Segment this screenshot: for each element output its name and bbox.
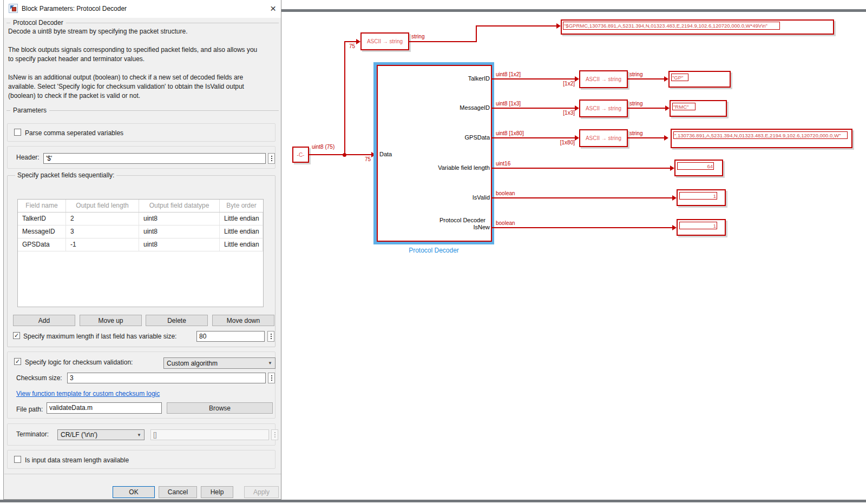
panel-parse: Parse comma seperated variables	[7, 123, 275, 142]
col-output-field-length: Output field length	[66, 200, 139, 212]
cell-datatype: uint8	[139, 213, 220, 225]
checksum-template-link[interactable]: View function template for custom checks…	[16, 390, 160, 397]
cancel-button[interactable]: Cancel	[159, 486, 197, 498]
checksum-size-ellipsis-button[interactable]	[268, 373, 275, 383]
port-label-talkerid: TalkerID	[373, 75, 490, 82]
ascii-to-string-block-gpsdata[interactable]: ASCII → string	[579, 129, 628, 147]
move-up-button[interactable]: Move up	[80, 315, 142, 326]
delete-button[interactable]: Delete	[146, 315, 208, 326]
packet-fields-table[interactable]: Field name Output field length Output fi…	[17, 199, 264, 307]
header-ellipsis-button[interactable]	[268, 153, 275, 164]
move-down-button[interactable]: Move down	[212, 315, 274, 326]
display-full-sentence[interactable]: "$GPRMC,130736.891,A,5231.394,N,01323.48…	[561, 19, 834, 35]
ok-button[interactable]: OK	[113, 486, 155, 498]
ascii-to-string-block-top[interactable]: ASCII → string	[360, 32, 409, 50]
signal-width-label-data: 75	[365, 156, 371, 162]
terminator-label: Terminator:	[16, 430, 49, 438]
terminator-dropdown[interactable]: CR/LF ('\r\n') ▼	[57, 429, 145, 440]
section-title: Protocol Decoder	[13, 19, 63, 26]
cell-datatype: uint8	[139, 238, 220, 251]
decoder-block-name[interactable]: Protocol Decoder	[373, 247, 494, 254]
dialog-titlebar[interactable]: Block Parameters: Protocol Decoder ×	[4, 0, 281, 18]
arrowhead-isnew-display	[672, 225, 677, 230]
max-length-checkbox[interactable]: ✓	[13, 332, 20, 339]
signal-type-isvalid: boolean	[496, 190, 515, 196]
stream-length-checkbox-label: Is input data stream length available	[25, 456, 129, 464]
display-gpsdata[interactable]: ",130736.891,A,5231.394,N,01323.483,E,21…	[671, 129, 852, 148]
table-row[interactable]: TalkerID 2 uint8 Little endian	[18, 213, 263, 226]
arrowhead-vfl-display	[670, 165, 674, 171]
display-messageid[interactable]: "RMC"	[670, 100, 727, 117]
checksum-algorithm-value: Custom algorithm	[167, 360, 218, 367]
wire-branch-to-ascii	[344, 41, 357, 42]
add-button[interactable]: Add	[13, 315, 75, 326]
constant-block[interactable]: -C-	[292, 147, 309, 163]
terminator-ellipsis-button	[271, 429, 278, 440]
signal-type-gpsdata: uint8 [1x80]	[496, 130, 524, 136]
signal-type-label-source: uint8 (75)	[312, 144, 334, 150]
display-messageid-value: "RMC"	[672, 103, 696, 110]
section-header-protocol-decoder: Protocol Decoder	[6, 19, 279, 26]
icon-block-shape	[12, 7, 16, 11]
display-talkerid-value: "GP"	[671, 74, 688, 81]
max-length-label: Specify maximum length if last field has…	[23, 333, 176, 340]
ellipsis-icon	[271, 377, 272, 379]
stream-length-checkbox[interactable]	[14, 456, 21, 463]
ascii-to-string-block-talkerid[interactable]: ASCII → string	[579, 70, 628, 88]
browse-button[interactable]: Browse	[167, 402, 273, 414]
apply-button[interactable]: Apply	[244, 486, 279, 498]
table-row[interactable]: MessageID 3 uint8 Little endian	[18, 226, 263, 238]
header-input[interactable]: '$'	[43, 153, 266, 164]
wire-top-to-display	[476, 25, 557, 26]
checksum-checkbox-label: Specify logic for checksum validation:	[25, 359, 133, 366]
ascii-to-string-label: ASCII → string	[580, 71, 627, 87]
wire-gpsdata	[491, 137, 575, 138]
wire-variable-field-length	[491, 168, 670, 169]
description-paragraph-2: The block outputs signals corresponding …	[8, 45, 277, 64]
protocol-decoder-block[interactable]	[377, 65, 492, 242]
cell-length: 3	[66, 226, 139, 238]
port-label-gpsdata: GPSData	[373, 134, 490, 141]
wire-talkerid-display	[627, 78, 664, 79]
col-output-field-datatype: Output field datatype	[139, 200, 220, 212]
signal-type-vfl: uint16	[496, 161, 510, 167]
display-gpsdata-value: ",130736.891,A,5231.394,N,01323.483,E,21…	[673, 131, 848, 139]
wire-gpsdata-display	[627, 137, 664, 138]
display-isvalid-value: 1	[679, 192, 717, 200]
wire-isvalid	[491, 197, 672, 198]
port-label-isnew: IsNew	[373, 224, 490, 230]
display-isnew[interactable]: 1	[677, 219, 726, 236]
decoder-inner-title: Protocol Decoder	[373, 217, 486, 223]
display-isvalid[interactable]: 1	[677, 189, 726, 206]
wire-top-ascii-out	[408, 41, 476, 42]
wire-isnew	[491, 227, 672, 228]
signal-type-talkerid: uint8 [1x2]	[496, 71, 521, 77]
panel-header: Header: '$'	[7, 146, 275, 169]
max-length-input[interactable]: 80	[196, 331, 265, 342]
parse-checkbox[interactable]	[14, 129, 21, 136]
cell-byte-order: Little endian	[220, 238, 263, 251]
signal-dim-talkerid: [1x2]	[549, 81, 575, 87]
checksum-size-input[interactable]: 3	[67, 373, 266, 383]
ascii-to-string-label: ASCII → string	[580, 130, 627, 146]
wire-messageid	[491, 108, 575, 109]
checksum-algorithm-dropdown[interactable]: Custom algorithm ▼	[163, 357, 275, 369]
checksum-checkbox[interactable]: ✓	[14, 358, 21, 365]
section-header-parameters: Parameters	[6, 107, 279, 114]
canvas-top-divider	[281, 9, 866, 12]
close-icon[interactable]: ×	[270, 3, 276, 14]
display-variable-field-length[interactable]: 64	[674, 160, 723, 176]
max-length-ellipsis-button[interactable]	[267, 331, 274, 342]
wire-branch-vertical	[344, 41, 345, 155]
arrowhead-top-ascii	[356, 39, 360, 44]
description-paragraph-1: Decode a uint8 byte stream by specifying…	[8, 27, 277, 36]
port-label-data: Data	[379, 151, 392, 157]
constant-label: -C-	[293, 148, 308, 162]
help-button[interactable]: Help	[201, 486, 233, 498]
file-path-input[interactable]: validateData.m	[47, 402, 162, 414]
cell-byte-order: Little endian	[220, 226, 263, 238]
packet-fields-group-title: Specify packet fields sequentially:	[15, 171, 116, 179]
table-row[interactable]: GPSData -1 uint8 Little endian	[18, 238, 263, 251]
display-talkerid[interactable]: "GP"	[668, 71, 731, 88]
ascii-to-string-block-messageid[interactable]: ASCII → string	[579, 100, 628, 117]
